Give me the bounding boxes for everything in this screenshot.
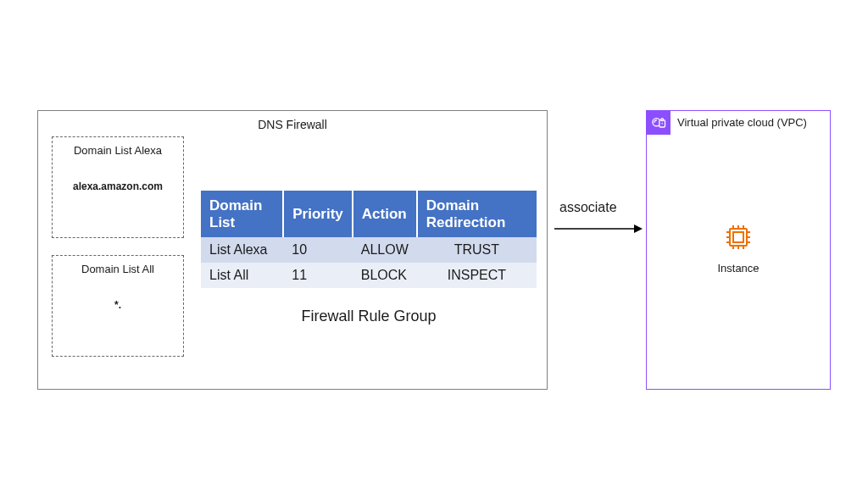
dns-firewall-container: DNS Firewall Domain List Alexa alexa.ama… [37, 110, 548, 390]
domain-list-all-content: *. [53, 299, 183, 311]
instance-icon [722, 221, 754, 253]
cell-action: BLOCK [353, 263, 417, 288]
table-header-domain-list: Domain List [201, 191, 283, 237]
table-header-domain-redirection: Domain Redirection [417, 191, 537, 237]
table-header-action: Action [353, 191, 417, 237]
svg-rect-4 [661, 119, 664, 121]
vpc-container: Virtual private cloud (VPC) Instance [646, 110, 831, 390]
domain-list-alexa-content: alexa.amazon.com [53, 180, 183, 192]
svg-point-5 [661, 123, 663, 125]
associate-label: associate [559, 200, 617, 215]
instance-label: Instance [647, 262, 830, 274]
instance-block: Instance [647, 221, 830, 274]
svg-rect-7 [733, 232, 743, 242]
domain-list-all-box: Domain List All *. [52, 255, 184, 357]
dns-firewall-title: DNS Firewall [38, 118, 547, 131]
vpc-label: Virtual private cloud (VPC) [677, 116, 807, 129]
domain-list-alexa-box: Domain List Alexa alexa.amazon.com [52, 136, 184, 238]
table-row: List Alexa 10 ALLOW TRUST [201, 237, 537, 263]
cell-domain-list: List Alexa [201, 237, 283, 263]
svg-marker-1 [634, 225, 643, 233]
table-header-priority: Priority [283, 191, 353, 237]
firewall-rules-caption: Firewall Rule Group [201, 308, 537, 325]
domain-list-all-title: Domain List All [53, 263, 183, 275]
cell-domain-redirection: INSPECT [417, 263, 537, 288]
table-row: List All 11 BLOCK INSPECT [201, 263, 537, 288]
domain-list-alexa-title: Domain List Alexa [53, 144, 183, 157]
cell-domain-list: List All [201, 263, 283, 288]
cell-priority: 10 [283, 237, 353, 263]
associate-arrow-icon [553, 220, 644, 237]
cell-domain-redirection: TRUST [417, 237, 537, 263]
table-header-row: Domain List Priority Action Domain Redir… [201, 191, 537, 237]
cell-priority: 11 [283, 263, 353, 288]
vpc-icon [647, 111, 670, 135]
firewall-rules-table: Domain List Priority Action Domain Redir… [201, 191, 537, 288]
cell-action: ALLOW [353, 237, 417, 263]
